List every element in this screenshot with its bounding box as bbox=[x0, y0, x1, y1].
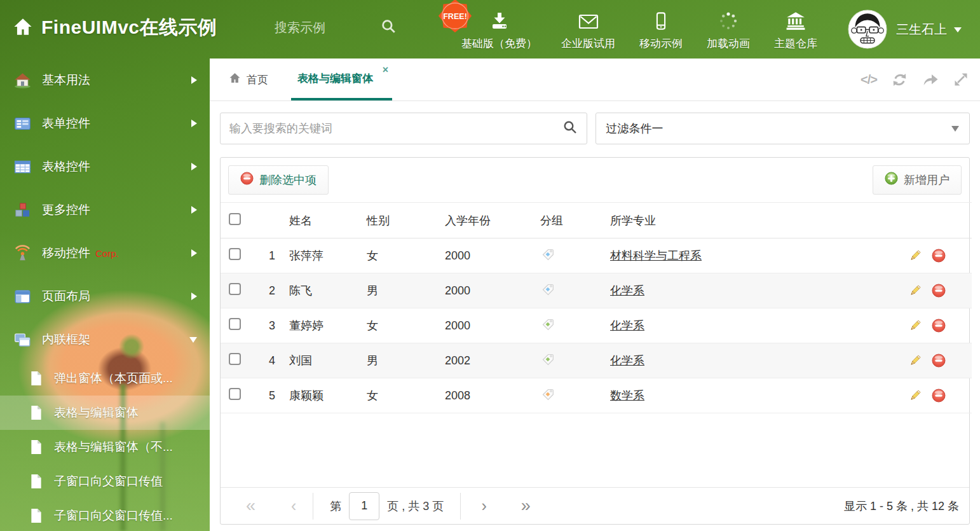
edit-pencil-icon[interactable] bbox=[908, 354, 922, 368]
major-link[interactable]: 化学系 bbox=[610, 354, 644, 367]
sidebar-item-basic-usage[interactable]: 基本用法 bbox=[0, 59, 210, 102]
sidebar-subitem-grid-edit-window[interactable]: 表格与编辑窗体 bbox=[0, 396, 210, 430]
next-page-button[interactable]: › bbox=[481, 498, 486, 514]
delete-row-icon[interactable] bbox=[932, 319, 946, 333]
nav-item-label: 主题仓库 bbox=[774, 36, 817, 51]
download-icon bbox=[489, 11, 510, 31]
sidebar-subitem-grid-edit-window-2[interactable]: 表格与编辑窗体（不... bbox=[0, 430, 210, 464]
envelope-icon bbox=[578, 11, 599, 31]
delete-row-icon[interactable] bbox=[932, 389, 946, 403]
chevron-right-icon bbox=[191, 120, 197, 127]
user-name: 三生石上 bbox=[896, 21, 947, 38]
file-icon bbox=[29, 439, 43, 455]
filter-dropdown[interactable]: 过滤条件一 bbox=[595, 113, 970, 144]
app-header: FineUIMvc在线示例 FREE! 基础版（免费） 企业版试用 bbox=[0, 0, 980, 59]
chevron-down-icon bbox=[954, 27, 962, 32]
close-icon[interactable]: × bbox=[383, 65, 388, 75]
logo[interactable]: FineUIMvc在线示例 bbox=[13, 15, 217, 41]
sidebar-item-form-controls[interactable]: 表单控件 bbox=[0, 102, 210, 145]
pagination-bar: « ‹ 第 页 , 共 3 页 › » 显示 1 - 5 条 , 共 12 条 bbox=[221, 487, 969, 524]
delete-row-icon[interactable] bbox=[932, 249, 946, 263]
nav-item-basic-edition[interactable]: 基础版（免费） bbox=[461, 11, 537, 51]
edit-pencil-icon[interactable] bbox=[908, 319, 922, 333]
sidebar-item-grid-controls[interactable]: 表格控件 bbox=[0, 145, 210, 188]
sidebar-item-iframe[interactable]: 内联框架 bbox=[0, 318, 210, 361]
row-checkbox[interactable] bbox=[229, 283, 241, 295]
divider bbox=[313, 493, 313, 520]
cell-name: 刘国 bbox=[284, 343, 362, 378]
row-checkbox[interactable] bbox=[229, 248, 241, 260]
chevron-right-icon bbox=[191, 163, 197, 170]
add-user-button[interactable]: 新增用户 bbox=[873, 165, 962, 195]
sidebar-subitem-label: 表格与编辑窗体（不... bbox=[54, 439, 173, 455]
major-link[interactable]: 材料科学与工程系 bbox=[610, 249, 702, 262]
search-icon[interactable] bbox=[380, 18, 397, 37]
edit-pencil-icon[interactable] bbox=[908, 389, 922, 403]
share-icon[interactable] bbox=[922, 72, 939, 87]
refresh-icon[interactable] bbox=[892, 72, 908, 88]
nav-item-label: 移动示例 bbox=[639, 36, 683, 51]
table-row[interactable]: 5 康颖颖 女 2008 数学系 bbox=[221, 378, 972, 413]
grid-panel: 删除选中项 新增用户 姓名 性别 入学年份 bbox=[220, 157, 970, 525]
house-icon bbox=[14, 72, 31, 89]
row-checkbox[interactable] bbox=[229, 388, 241, 400]
row-checkbox[interactable] bbox=[229, 353, 241, 365]
cell-year: 2008 bbox=[440, 378, 535, 413]
last-page-button[interactable]: » bbox=[521, 497, 531, 514]
sidebar-item-mobile-controls[interactable]: 移动控件 Corp. bbox=[0, 231, 210, 275]
major-link[interactable]: 数学系 bbox=[610, 389, 644, 402]
keyword-search-input[interactable] bbox=[229, 122, 562, 135]
tag-icon bbox=[540, 352, 555, 367]
delete-row-icon[interactable] bbox=[932, 354, 946, 368]
table-row[interactable]: 2 陈飞 男 2000 化学系 bbox=[221, 273, 972, 308]
major-link[interactable]: 化学系 bbox=[610, 319, 644, 332]
row-checkbox[interactable] bbox=[229, 318, 241, 330]
expand-icon[interactable] bbox=[953, 72, 969, 87]
table-body: 1 张萍萍 女 2000 材料科学与工程系 2 陈飞 bbox=[221, 238, 972, 413]
table-row[interactable]: 1 张萍萍 女 2000 材料科学与工程系 bbox=[221, 238, 972, 273]
edit-pencil-icon[interactable] bbox=[908, 284, 922, 298]
delete-selected-button[interactable]: 删除选中项 bbox=[228, 165, 329, 195]
tab-home[interactable]: 首页 bbox=[219, 59, 278, 100]
table-row[interactable]: 3 董婷婷 女 2000 化学系 bbox=[221, 308, 972, 343]
nav-item-theme-repo[interactable]: 主题仓库 bbox=[774, 11, 817, 51]
sidebar-item-label: 页面布局 bbox=[42, 288, 90, 305]
select-all-checkbox[interactable] bbox=[229, 213, 241, 225]
sidebar-subitem-popup-window[interactable]: 弹出窗体（本页面或... bbox=[0, 361, 210, 396]
chevron-right-icon bbox=[191, 249, 197, 257]
cell-name: 张萍萍 bbox=[284, 238, 362, 273]
tab-grid-edit-window[interactable]: 表格与编辑窗体 × bbox=[291, 59, 392, 100]
sidebar: 基本用法 表单控件 表格控件 更多控件 移动控件 Corp. bbox=[0, 59, 210, 531]
sidebar-item-label: 表单控件 bbox=[42, 115, 90, 132]
tab-label: 表格与编辑窗体 bbox=[297, 71, 373, 86]
prev-page-button[interactable]: ‹ bbox=[291, 498, 296, 514]
file-icon bbox=[29, 508, 43, 523]
user-menu[interactable]: 三生石上 bbox=[896, 21, 962, 38]
code-icon[interactable]: </> bbox=[861, 72, 877, 87]
sidebar-subitem-child-to-parent[interactable]: 子窗口向父窗口传值 bbox=[0, 464, 210, 499]
sidebar-subitem-child-to-parent-2[interactable]: 子窗口向父窗口传值... bbox=[0, 499, 210, 531]
column-header-major: 所学专业 bbox=[605, 203, 901, 238]
edit-pencil-icon[interactable] bbox=[908, 249, 922, 263]
sidebar-item-label: 基本用法 bbox=[42, 72, 90, 88]
keyword-search-box bbox=[220, 113, 587, 144]
delete-selected-label: 删除选中项 bbox=[259, 172, 316, 188]
avatar[interactable] bbox=[848, 10, 887, 49]
major-link[interactable]: 化学系 bbox=[610, 284, 644, 297]
sidebar-item-page-layout[interactable]: 页面布局 bbox=[0, 275, 210, 318]
table-row[interactable]: 4 刘国 男 2002 化学系 bbox=[221, 343, 972, 378]
page-number-input[interactable] bbox=[349, 492, 379, 520]
tag-icon bbox=[540, 387, 555, 402]
cell-group bbox=[535, 343, 605, 378]
nav-item-enterprise-trial[interactable]: 企业版试用 bbox=[561, 11, 615, 51]
header-search-input[interactable] bbox=[275, 20, 369, 35]
delete-row-icon[interactable] bbox=[932, 284, 946, 298]
cell-gender: 男 bbox=[362, 343, 440, 378]
nav-item-mobile-demo[interactable]: 移动示例 bbox=[639, 11, 683, 51]
nav-item-loading-animation[interactable]: 加载动画 bbox=[707, 11, 750, 51]
cell-name: 董婷婷 bbox=[284, 308, 362, 343]
sidebar-item-more-controls[interactable]: 更多控件 bbox=[0, 188, 210, 231]
search-icon[interactable] bbox=[562, 120, 578, 137]
first-page-button[interactable]: « bbox=[246, 497, 255, 514]
chevron-right-icon bbox=[191, 293, 197, 300]
